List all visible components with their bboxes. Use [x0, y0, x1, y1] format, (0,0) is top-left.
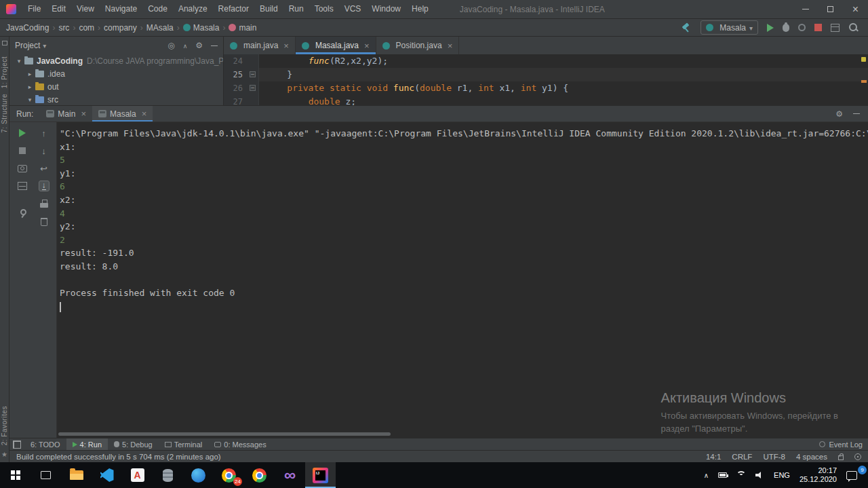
- menu-file[interactable]: File: [22, 0, 46, 18]
- collapsed-arrow-icon[interactable]: [26, 83, 34, 90]
- build-status-message[interactable]: Build completed successfully in 5 s 704 …: [16, 453, 221, 461]
- inspection-indicator-icon[interactable]: [861, 57, 866, 62]
- scroll-to-end-button[interactable]: [39, 181, 50, 191]
- breadcrumb-item-main[interactable]: main: [228, 23, 257, 33]
- console-output[interactable]: "C:\Program Files\Java\jdk-14.0.1\bin\ja…: [57, 122, 868, 438]
- favorites-star-icon[interactable]: [1, 451, 7, 458]
- layout-button[interactable]: [831, 24, 840, 32]
- project-tree-item[interactable]: src: [9, 93, 223, 105]
- volume-button[interactable]: [751, 462, 769, 488]
- toolwindow-button-todo[interactable]: 6: TODO: [24, 438, 66, 450]
- project-tree-item[interactable]: JavaCodingD:\Course JAVA programming\Jav…: [9, 54, 223, 67]
- blue-circle-app[interactable]: [183, 462, 214, 488]
- action-center-button[interactable]: 9: [842, 462, 867, 488]
- menu-navigate[interactable]: Navigate: [100, 0, 142, 18]
- database-app[interactable]: [153, 462, 183, 488]
- run-tab[interactable]: Masala: [92, 106, 153, 121]
- close-icon[interactable]: [448, 41, 453, 51]
- pin-tab-button[interactable]: [17, 208, 28, 219]
- expanded-arrow-icon[interactable]: [15, 58, 23, 64]
- close-icon[interactable]: [283, 41, 289, 51]
- stripe-button-0[interactable]: 1: Project: [1, 56, 8, 88]
- event-log-button[interactable]: Event Log: [819, 438, 868, 450]
- project-tree-item[interactable]: .idea: [9, 67, 223, 80]
- menu-run[interactable]: Run: [283, 0, 309, 18]
- vscode-app[interactable]: [92, 462, 122, 488]
- fold-marker-icon[interactable]: [250, 71, 256, 77]
- visual-studio-app[interactable]: [275, 462, 305, 488]
- debug-button[interactable]: [783, 24, 789, 32]
- chevron-down-icon[interactable]: [43, 41, 46, 50]
- status-widget-0[interactable]: 14:1: [706, 453, 721, 461]
- breadcrumb-item-company[interactable]: company: [103, 23, 138, 33]
- editor-tab[interactable]: Position.java: [376, 37, 460, 54]
- breadcrumb-item-masala[interactable]: Masala: [182, 23, 220, 33]
- toolwindow-switcher-icon[interactable]: [9, 438, 24, 450]
- code-editor[interactable]: 24 func(R2,x2,y2);25 }26 private static …: [224, 54, 868, 105]
- search-everywhere-icon[interactable]: [848, 22, 859, 33]
- locate-file-icon[interactable]: [167, 41, 174, 50]
- build-hammer-icon[interactable]: [681, 22, 692, 33]
- file-explorer-app[interactable]: [61, 462, 92, 488]
- close-icon[interactable]: [81, 109, 86, 119]
- clear-all-button[interactable]: [39, 216, 50, 227]
- start-button[interactable]: [0, 462, 31, 488]
- rerun-button[interactable]: [17, 128, 28, 138]
- error-stripe-mark[interactable]: [861, 80, 867, 83]
- editor-tab[interactable]: Masala.java: [296, 37, 376, 54]
- menu-edit[interactable]: Edit: [46, 0, 71, 18]
- collapsed-arrow-icon[interactable]: [26, 71, 34, 77]
- restore-layout-button[interactable]: [17, 181, 28, 191]
- code-line[interactable]: 27 double z;: [224, 95, 868, 105]
- status-widget-1[interactable]: CRLF: [732, 453, 752, 461]
- close-icon[interactable]: [142, 109, 147, 119]
- status-widget-2[interactable]: UTF-8: [763, 453, 785, 461]
- close-icon[interactable]: [364, 41, 370, 51]
- next-occurrence-button[interactable]: [39, 145, 50, 156]
- stripe-button-1[interactable]: 7: Structure: [1, 94, 8, 133]
- close-button[interactable]: [843, 0, 868, 18]
- code-line[interactable]: 24 func(R2,x2,y2);: [224, 54, 868, 68]
- menu-build[interactable]: Build: [254, 0, 283, 18]
- tray-expand-button[interactable]: [699, 462, 713, 488]
- toolwindow-button-terminal[interactable]: Terminal: [159, 438, 209, 450]
- menu-analyze[interactable]: Analyze: [173, 0, 213, 18]
- network-button[interactable]: [732, 462, 751, 488]
- project-tree-item[interactable]: out: [9, 80, 223, 93]
- menu-code[interactable]: Code: [142, 0, 173, 18]
- status-widget-3[interactable]: 4 spaces: [796, 453, 827, 461]
- browser-app[interactable]: 24: [214, 462, 244, 488]
- prev-occurrence-button[interactable]: [39, 128, 50, 138]
- run-config-selector[interactable]: Masala: [701, 20, 758, 35]
- stripe-button-bottom-0[interactable]: 2: Favorites: [1, 406, 8, 445]
- code-line[interactable]: 25 }: [224, 68, 868, 81]
- gear-icon[interactable]: [835, 109, 843, 119]
- battery-button[interactable]: [713, 462, 732, 488]
- collapse-all-icon[interactable]: [183, 41, 188, 50]
- code-line[interactable]: 26 private static void func(double r1, i…: [224, 81, 868, 95]
- fold-marker-icon[interactable]: [250, 85, 256, 91]
- breadcrumb-item-javacoding[interactable]: JavaCoding: [5, 23, 50, 33]
- toolwindow-button-run[interactable]: 4: Run: [66, 438, 108, 450]
- project-panel-title[interactable]: Project: [15, 41, 40, 50]
- hide-panel-icon[interactable]: [853, 113, 860, 114]
- print-button[interactable]: [39, 198, 50, 209]
- menu-refactor[interactable]: Refactor: [213, 0, 254, 18]
- run-tab[interactable]: Main: [40, 106, 92, 121]
- keyboard-language-button[interactable]: ENG: [769, 462, 795, 488]
- breadcrumb-item-com[interactable]: com: [78, 23, 95, 33]
- clock-button[interactable]: 20:17 25.12.2020: [795, 462, 842, 488]
- chrome-app[interactable]: [244, 462, 275, 488]
- intellij-idea-app[interactable]: [305, 462, 336, 488]
- stop-button[interactable]: [814, 24, 822, 31]
- menu-view[interactable]: View: [71, 0, 100, 18]
- coverage-button[interactable]: [798, 24, 806, 31]
- breadcrumb-item-masala[interactable]: MAsala: [146, 23, 174, 33]
- lock-icon[interactable]: [838, 455, 844, 460]
- menu-tools[interactable]: Tools: [309, 0, 339, 18]
- stop-button[interactable]: [17, 145, 28, 156]
- menu-vcs[interactable]: VCS: [339, 0, 367, 18]
- minimize-button[interactable]: [793, 0, 818, 18]
- red-a-app[interactable]: [122, 462, 153, 488]
- menu-help[interactable]: Help: [406, 0, 434, 18]
